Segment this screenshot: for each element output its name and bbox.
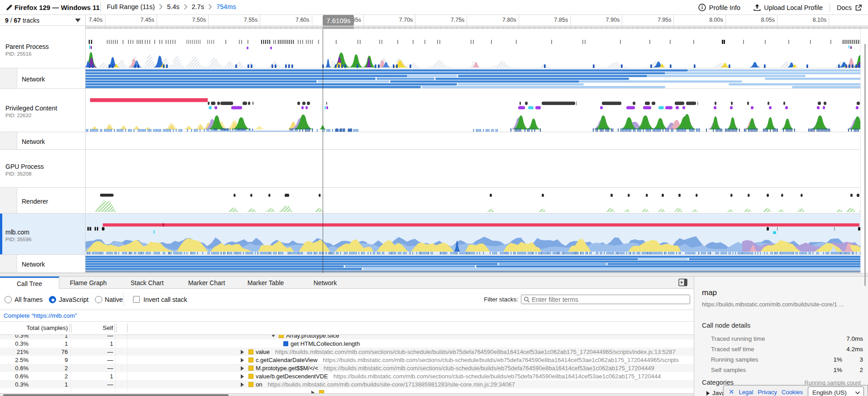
docs-link[interactable]: Docs [837,4,862,11]
filter-stacks-input[interactable]: Enter filter terms [521,295,690,304]
column-divider [116,324,117,333]
call-tree-horizontal-scrollbar[interactable] [0,393,694,396]
track-row-privileged-content[interactable]: Privileged ContentPID: 22632 [0,89,868,132]
radio-javascript[interactable]: JavaScript [49,296,88,303]
breadcrumb-item-2[interactable]: 2.7s [189,3,207,10]
function-name: M.prototype.get$$M/</< [256,365,318,372]
call-tree-row-value[interactable]: 21%76—valuehttps://builds.mlbstatic.com/… [0,348,694,356]
cookies-link[interactable]: Cookies [782,389,803,396]
radio-all-frames[interactable]: All frames [5,296,43,303]
track-label[interactable]: mlb.comPID: 35596 [0,214,85,254]
call-tree-row-on[interactable]: 0.3%1—onhttps://builds.mlbstatic.com/mlb… [0,380,694,388]
total-samples: 1 [32,340,68,347]
track-chart-privileged[interactable] [85,89,863,132]
profile-info-button[interactable]: Profile Info [698,4,740,11]
expand-arrow-icon[interactable] [241,366,244,371]
track-label[interactable]: Network [0,255,85,272]
expand-arrow-icon[interactable] [241,374,244,379]
filter-placeholder: Enter filter terms [532,296,578,303]
column-divider[interactable] [69,324,70,333]
call-tree-row-value-b-getdescendentvde[interactable]: 0.6%21value/b.getDescendentVDEhttps://bu… [0,372,694,380]
track-chart-empty[interactable] [85,150,863,187]
total-percent: 0.3% [0,381,29,388]
track-row-parent-process[interactable]: Parent ProcessPID: 25516 [0,29,868,68]
track-chart-empty[interactable] [85,132,863,149]
track-label[interactable]: Renderer [0,188,85,213]
tab-stack-chart[interactable]: Stack Chart [117,277,177,289]
track-chart-parent[interactable] [85,29,863,68]
breadcrumb: Full Range (11s)5.4s2.7s754ms [104,3,239,10]
timeline-hover-line [323,29,323,273]
upload-local-profile-button[interactable]: Upload Local Profile [754,4,823,11]
ruler-gridline [363,15,364,26]
call-tree-row-array-prototype-slice[interactable]: 0.3%1—Array.prototype.slice [0,335,694,339]
column-header-self[interactable]: Self [72,324,113,331]
tab-marker-table[interactable]: Marker Table [236,277,295,289]
ruler-label: 8.00s [692,17,723,23]
track-row-mlb-com[interactable]: mlb.comPID: 35596 [0,214,868,255]
detail-label: Running samples [711,356,758,363]
call-tree-row-c-getcalendardateview[interactable]: 2.5%9—c.getCalendarDateViewhttps://build… [0,356,694,364]
hover-time-tooltip: 7.6109s [323,15,354,26]
tab-call-tree[interactable]: Call Tree [0,277,59,289]
track-chart-renderer[interactable] [85,188,863,213]
column-divider[interactable] [127,324,128,333]
tab-network[interactable]: Network [295,277,355,289]
track-label[interactable]: GPU ProcessPID: 35208 [0,150,85,187]
track-row-network[interactable]: Network [0,132,868,150]
tab-marker-chart[interactable]: Marker Chart [177,277,236,289]
close-icon[interactable]: ✕ [729,388,734,396]
column-header-total[interactable]: Total (samples) [0,324,68,331]
track-row-network[interactable]: Network [0,68,868,89]
total-samples: 1 [32,335,68,339]
vertical-scrollbar-thumb[interactable] [864,44,866,286]
detail-percent: 1% [833,356,842,363]
category-list-item[interactable]: Java [706,390,725,396]
total-samples: 1 [32,381,68,388]
radio-native[interactable]: Native [95,296,123,303]
ruler-label: 7.85s [536,17,568,23]
tab-flame-graph[interactable]: Flame Graph [59,277,117,289]
edit-profile-name-icon[interactable] [6,4,13,11]
language-select[interactable]: English (US) [808,386,864,396]
expand-arrow-icon[interactable] [241,358,244,363]
invert-call-stack-checkbox[interactable]: Invert call stack [133,289,187,310]
call-tree-row-get-htmlcollection-length[interactable]: 0.3%11get HTMLCollection.length [0,339,694,348]
panel-tab-bar: Call TreeFlame GraphStack ChartMarker Ch… [0,277,694,289]
column-divider[interactable] [114,324,115,333]
ruler-gridline [622,15,622,26]
track-chart-network_mlb[interactable] [85,255,863,272]
sidebar-toggle-button[interactable] [678,278,687,286]
track-label[interactable]: Network [0,68,85,88]
total-percent: 0.6% [0,373,29,380]
timeline-horizontal-scrollbar[interactable] [0,273,868,276]
track-row-renderer[interactable]: Renderer [0,188,868,214]
expand-arrow-icon[interactable] [241,350,244,354]
ruler-label: 8.10s [795,17,826,23]
breadcrumb-item-3[interactable]: 754ms [213,3,239,10]
call-tree-row-m-prototype-get-m-[interactable]: 0.6%2—M.prototype.get$$M/</<https://buil… [0,364,694,372]
scrollbar-thumb[interactable] [3,394,229,396]
expand-arrow-icon[interactable] [241,382,244,387]
function-name: value [256,348,270,355]
track-chart-network_parent[interactable] [85,68,863,88]
collapse-arrow-icon[interactable] [271,335,276,337]
breadcrumb-item-0[interactable]: Full Range (11s) [104,3,158,10]
legal-link[interactable]: Legal [739,389,754,396]
range-link-row: Complete “https://mlb.com” [0,310,694,322]
detail-label: Traced self time [711,346,754,353]
track-chart-mlb[interactable] [85,214,863,254]
breadcrumb-item-1[interactable]: 5.4s [164,3,182,10]
track-name: Parent Process [5,43,49,50]
track-row-gpu-process[interactable]: GPU ProcessPID: 35208 [0,150,868,188]
detail-value: 3 [859,356,863,363]
ruler-gridline [157,15,157,26]
complete-range-link[interactable]: Complete “https://mlb.com” [4,312,77,319]
track-label[interactable]: Privileged ContentPID: 22632 [0,89,85,132]
ruler-gridline [673,15,674,26]
track-label[interactable]: Network [0,132,85,149]
timeline-ruler[interactable]: 7.40s7.45s7.50s7.55s7.60s7.65s7.70s7.75s… [85,15,868,26]
track-label[interactable]: Parent ProcessPID: 25516 [0,29,85,68]
privacy-link[interactable]: Privacy [758,389,777,396]
track-row-network[interactable]: Network [0,255,868,273]
